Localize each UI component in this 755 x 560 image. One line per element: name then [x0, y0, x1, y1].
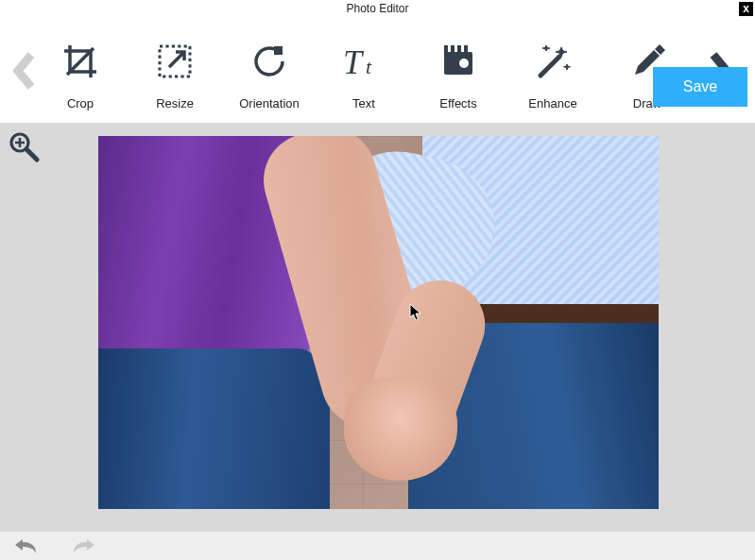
chevron-left-icon	[10, 51, 37, 91]
photo-canvas[interactable]	[98, 136, 659, 509]
tool-crop[interactable]: Crop	[47, 42, 113, 110]
svg-rect-8	[464, 45, 468, 54]
close-icon: x	[743, 2, 749, 15]
save-button[interactable]: Save	[653, 67, 747, 107]
resize-icon	[156, 42, 194, 81]
undo-button[interactable]	[13, 536, 38, 555]
toolbar: Crop Resize Orientation	[0, 19, 755, 123]
tool-label: Crop	[67, 96, 94, 110]
redo-button[interactable]	[72, 536, 96, 555]
app-title: Photo Editor	[346, 2, 408, 15]
tool-resize[interactable]: Resize	[142, 42, 208, 110]
save-label: Save	[683, 78, 717, 95]
title-bar: Photo Editor	[0, 0, 755, 19]
photo-subject	[344, 377, 457, 481]
redo-icon	[72, 536, 96, 555]
tool-label: Text	[352, 96, 375, 110]
svg-rect-7	[457, 45, 461, 54]
photo-subject	[98, 348, 330, 509]
tool-label: Resize	[156, 96, 194, 110]
tool-orientation[interactable]: Orientation	[236, 42, 302, 110]
footer-bar	[0, 532, 755, 560]
svg-point-9	[459, 59, 469, 68]
magnifier-plus-icon	[8, 130, 40, 162]
orientation-icon	[249, 42, 289, 81]
tool-label: Effects	[439, 96, 477, 110]
svg-rect-6	[451, 45, 455, 54]
canvas-area	[0, 123, 755, 532]
svg-rect-1	[274, 46, 283, 55]
text-icon: T t	[343, 42, 385, 81]
toolbar-prev-button[interactable]	[0, 51, 47, 91]
svg-text:t: t	[366, 55, 372, 78]
tools-row: Crop Resize Orientation	[47, 32, 680, 110]
tool-enhance[interactable]: Enhance	[520, 42, 586, 110]
close-button[interactable]: x	[739, 2, 753, 16]
zoom-in-button[interactable]	[8, 130, 40, 166]
tool-effects[interactable]: Effects	[425, 42, 491, 110]
undo-icon	[13, 536, 38, 555]
tool-label: Enhance	[528, 96, 576, 110]
svg-text:T: T	[343, 43, 365, 80]
crop-icon	[61, 42, 99, 81]
tool-label: Orientation	[239, 96, 300, 110]
svg-rect-5	[444, 45, 448, 54]
effects-icon	[441, 42, 475, 81]
enhance-icon	[533, 42, 573, 81]
tool-text[interactable]: T t Text	[331, 42, 397, 110]
